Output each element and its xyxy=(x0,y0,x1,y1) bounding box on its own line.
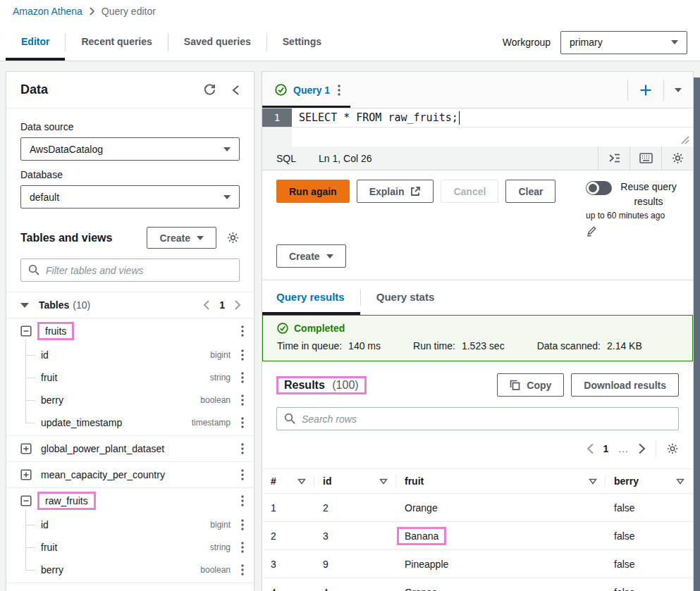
refresh-icon[interactable] xyxy=(203,83,216,97)
clear-button[interactable]: Clear xyxy=(505,180,555,203)
table-row: 4 4 Grapes false xyxy=(262,578,693,591)
column-header-berry[interactable]: berry xyxy=(606,469,693,493)
code-editor[interactable]: SELECT * FROM raw_fruits; xyxy=(292,108,693,127)
kebab-menu-icon[interactable] xyxy=(240,442,245,456)
cancel-button[interactable]: Cancel xyxy=(441,180,498,203)
table-name: fruits xyxy=(45,325,66,337)
cell-index: 4 xyxy=(262,587,314,591)
next-page-icon[interactable] xyxy=(639,443,646,454)
results-header: Results (100) Copy Download results xyxy=(276,373,679,397)
code-editor-blank[interactable] xyxy=(292,127,693,147)
keyboard-shortcuts-icon[interactable] xyxy=(630,147,661,170)
tab-overflow-chevron-icon[interactable] xyxy=(675,88,682,92)
column-type: string xyxy=(210,373,231,382)
data-source-select[interactable]: AwsDataCatalog xyxy=(20,137,240,161)
kebab-menu-icon[interactable] xyxy=(240,494,245,508)
vertical-scrollbar[interactable] xyxy=(694,77,700,591)
chevron-down-icon xyxy=(197,236,204,240)
format-indent-icon[interactable] xyxy=(598,147,630,170)
workgroup-select[interactable]: primary xyxy=(560,31,687,54)
collapse-panel-icon[interactable] xyxy=(232,85,240,96)
collapse-minus-icon[interactable] xyxy=(20,325,32,337)
kebab-menu-icon[interactable] xyxy=(240,468,245,482)
kebab-menu-icon[interactable] xyxy=(240,393,245,407)
kebab-menu-icon[interactable] xyxy=(240,540,245,554)
tree-item-global-power-plant-dataset[interactable]: global_power_plant_dataset xyxy=(6,436,254,461)
cell-berry: false xyxy=(606,502,693,514)
previous-page-icon[interactable] xyxy=(203,300,209,310)
tab-query-stats[interactable]: Query stats xyxy=(361,280,450,315)
column-header-id[interactable]: id xyxy=(314,469,396,493)
results-count: (100) xyxy=(332,379,358,391)
tree-item-mean-capacity-per-country[interactable]: mean_capacity_per_country xyxy=(6,462,254,487)
table-row: 2 3 Banana false xyxy=(262,522,693,550)
tab-editor[interactable]: Editor xyxy=(6,24,65,61)
search-icon xyxy=(28,264,39,278)
editor-settings-gear-icon[interactable] xyxy=(661,147,693,170)
column-header-fruit[interactable]: fruit xyxy=(396,469,606,493)
column-filter-icon[interactable] xyxy=(297,478,306,485)
kebab-menu-icon[interactable] xyxy=(336,83,342,97)
tab-settings[interactable]: Settings xyxy=(267,24,337,61)
tab-query-results[interactable]: Query results xyxy=(262,280,360,315)
tables-pagination: 1 xyxy=(203,299,241,311)
kebab-menu-icon[interactable] xyxy=(240,324,245,338)
tables-page-number[interactable]: 1 xyxy=(219,299,225,311)
kebab-menu-icon[interactable] xyxy=(240,348,245,362)
sidebar-selectors: Data source AwsDataCatalog Database defa… xyxy=(6,108,254,218)
language-label: SQL xyxy=(262,153,296,164)
resize-handle-icon[interactable] xyxy=(681,136,689,144)
tree-group-raw-fruits: raw_fruits id bigint fruit string xyxy=(6,488,254,583)
column-filter-icon[interactable] xyxy=(676,478,684,485)
edit-pencil-icon[interactable] xyxy=(586,225,597,237)
tree-children: id bigint fruit string berry bo xyxy=(6,344,254,435)
tree-item-fruits[interactable]: fruits xyxy=(6,318,254,344)
query-tab-1[interactable]: Query 1 xyxy=(262,72,350,108)
kebab-menu-icon[interactable] xyxy=(240,371,245,385)
next-page-icon[interactable] xyxy=(235,300,241,310)
results-page-number[interactable]: 1 xyxy=(603,443,609,454)
column-header-index[interactable]: # xyxy=(262,469,314,493)
column-type: boolean xyxy=(200,395,231,405)
kebab-menu-icon[interactable] xyxy=(240,563,245,577)
query-metrics: Time in queue:140 ms Run time:1.523 sec … xyxy=(277,340,678,352)
tab-saved-queries[interactable]: Saved queries xyxy=(168,24,266,61)
filter-tables-input[interactable] xyxy=(20,259,240,282)
line-number-gutter xyxy=(262,127,292,147)
create-dropdown-button[interactable]: Create xyxy=(276,244,346,268)
run-again-button[interactable]: Run again xyxy=(276,180,350,203)
database-value: default xyxy=(30,192,59,203)
kebab-menu-icon[interactable] xyxy=(240,416,245,430)
create-button[interactable]: Create xyxy=(147,227,216,249)
column-name: fruit xyxy=(41,372,57,383)
tab-recent-queries[interactable]: Recent queries xyxy=(66,24,167,61)
query-actions: Run again Explain Cancel Clear Reuse que… xyxy=(262,170,693,280)
copy-button[interactable]: Copy xyxy=(497,373,564,397)
previous-page-icon[interactable] xyxy=(587,443,594,454)
results-settings-gear-icon[interactable] xyxy=(666,442,679,455)
collapse-minus-icon[interactable] xyxy=(20,495,32,506)
database-select[interactable]: default xyxy=(20,185,240,209)
column-filter-icon[interactable] xyxy=(379,478,388,485)
kebab-menu-icon[interactable] xyxy=(240,518,245,532)
expand-plus-icon[interactable] xyxy=(20,469,32,480)
new-query-tab-plus-icon[interactable] xyxy=(639,83,653,97)
explain-button[interactable]: Explain xyxy=(357,180,434,203)
expand-plus-icon[interactable] xyxy=(20,443,32,454)
download-results-button[interactable]: Download results xyxy=(571,373,679,397)
breadcrumb: Amazon Athena Query editor xyxy=(13,6,687,24)
tables-group-label: Tables xyxy=(39,299,69,311)
column-type: boolean xyxy=(200,565,231,575)
column-name: update_timestamp xyxy=(41,417,122,428)
gear-icon[interactable] xyxy=(226,231,240,244)
column-filter-icon[interactable] xyxy=(589,478,597,485)
tree-item-raw-fruits[interactable]: raw_fruits xyxy=(6,488,254,514)
search-rows-input[interactable] xyxy=(276,407,679,430)
breadcrumb-link-amazon-athena[interactable]: Amazon Athena xyxy=(13,6,82,17)
reuse-results-label: Reuse query results xyxy=(618,180,679,209)
reuse-results-toggle[interactable] xyxy=(586,181,612,195)
metric-value: 1.523 sec xyxy=(462,340,505,352)
check-circle-icon xyxy=(275,84,287,96)
content-area: Data Data source AwsDataCatalog Database… xyxy=(0,61,700,591)
collapse-tables-icon[interactable] xyxy=(20,303,29,308)
